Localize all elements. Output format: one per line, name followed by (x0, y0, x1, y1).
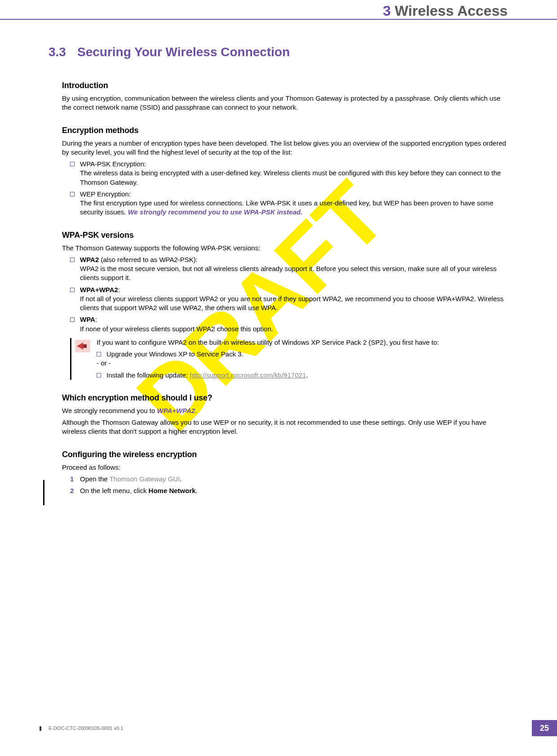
list-item: WPA-PSK Encryption: The wireless data is… (70, 160, 508, 187)
item-title: WPA-PSK Encryption: (80, 160, 146, 168)
config-lead: Proceed as follows: (62, 463, 508, 472)
version-label: WPA (80, 316, 95, 323)
wpa-link: WPA+WPA2 (157, 407, 195, 414)
revision-bar (43, 480, 44, 505)
version-label: WPA2 (80, 256, 99, 263)
methods-heading: Encryption methods (62, 126, 508, 135)
version-body: If none of your wireless clients support… (80, 325, 273, 333)
gui-link: Thomson Gateway GUI (110, 475, 180, 483)
chapter-number: 3 (383, 3, 391, 19)
version-colon: : (118, 286, 120, 294)
text: . (180, 475, 181, 483)
config-steps: 1 Open the Thomson Gateway GUI. 2 On the… (70, 475, 508, 496)
text: Open the (80, 475, 110, 483)
document-id: E-DOC-CTC-20090105-0001 v0.1 (49, 725, 123, 731)
version-colon: : (95, 316, 97, 323)
note-list: Upgrade your Windows XP to Service Pack … (97, 350, 508, 359)
page-number: 25 (532, 720, 557, 736)
svg-rect-3 (83, 344, 87, 348)
step-number: 1 (70, 475, 74, 484)
wep-recommendation: We strongly recommend you to use WPA-PSK… (128, 208, 303, 216)
section-name: Securing Your Wireless Connection (77, 45, 290, 59)
chapter-name: Wireless Access (395, 3, 508, 19)
list-item: Install the following update: http://sup… (97, 371, 508, 380)
chapter-header: 3 Wireless Access (383, 3, 508, 19)
version-label: WPA+WPA2 (80, 286, 118, 294)
text: . (196, 487, 198, 494)
note-box: If you want to configure WPA2 on the bui… (70, 338, 508, 380)
text: . (195, 407, 197, 414)
version-paren: (also referred to as WPA2-PSK): (99, 256, 198, 263)
methods-lead: During the years a number of encryption … (62, 139, 508, 157)
which-p2: Although the Thomson Gateway allows you … (62, 418, 508, 436)
menu-name: Home Network (149, 487, 196, 494)
list-item: 2 On the left menu, click Home Network. (70, 486, 508, 495)
kb-link[interactable]: http://support.microsoft.com/kb/917021 (190, 371, 306, 379)
list-item: WPA2 (also referred to as WPA2-PSK): WPA… (70, 255, 508, 283)
methods-list: WPA-PSK Encryption: The wireless data is… (70, 160, 508, 217)
header-rule (0, 19, 557, 20)
text: On the left menu, click (80, 487, 149, 494)
which-heading: Which encryption method should I use? (62, 393, 508, 403)
page-footer: E-DOC-CTC-20090105-0001 v0.1 25 (0, 720, 557, 736)
note-lead: If you want to configure WPA2 on the bui… (97, 338, 508, 347)
list-item: WPA+WPA2: If not all of your wireless cl… (70, 285, 508, 313)
step-number: 2 (70, 486, 74, 495)
which-p1: We strongly recommend you to WPA+WPA2. (62, 406, 508, 415)
version-body: If not all of your wireless clients supp… (80, 295, 504, 311)
list-item: Upgrade your Windows XP to Service Pack … (97, 350, 508, 359)
megaphone-icon (75, 340, 90, 352)
note-list: Install the following update: http://sup… (97, 371, 508, 380)
versions-lead: The Thomson Gateway supports the followi… (62, 244, 508, 253)
versions-list: WPA2 (also referred to as WPA2-PSK): WPA… (70, 255, 508, 334)
config-heading: Configuring the wireless encryption (62, 450, 508, 459)
note-b-pre: Install the following update: (106, 371, 190, 379)
version-body: WPA2 is the most secure version, but not… (80, 265, 497, 281)
text: We strongly recommend you to (62, 407, 157, 414)
note-b-post: . (306, 371, 308, 379)
intro-heading: Introduction (62, 81, 508, 90)
item-body: The wireless data is being encrypted wit… (80, 169, 501, 186)
list-item: WEP Encryption: The first encryption typ… (70, 190, 508, 217)
section-number: 3.3 (49, 45, 77, 59)
intro-body: By using encryption, communication betwe… (62, 94, 508, 112)
list-item: WPA: If none of your wireless clients su… (70, 315, 508, 334)
item-title: WEP Encryption: (80, 190, 131, 198)
note-or: - or - (97, 359, 508, 368)
versions-heading: WPA-PSK versions (62, 231, 508, 240)
list-item: 1 Open the Thomson Gateway GUI. (70, 475, 508, 484)
